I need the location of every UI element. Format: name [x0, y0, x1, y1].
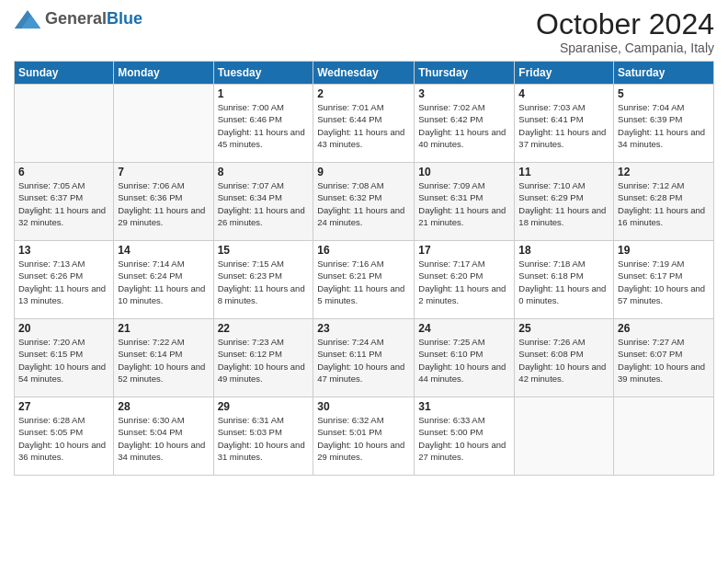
day-info: Sunrise: 7:08 AMSunset: 6:32 PMDaylight:… [317, 179, 410, 228]
day-number: 13 [18, 244, 109, 257]
day-info: Sunrise: 7:18 AMSunset: 6:18 PMDaylight:… [518, 258, 609, 306]
day-number: 19 [618, 244, 710, 257]
day-number: 23 [317, 322, 410, 335]
weekday-header-row: SundayMondayTuesdayWednesdayThursdayFrid… [15, 62, 714, 85]
day-cell [614, 397, 714, 476]
day-number: 25 [518, 322, 609, 335]
week-row-3: 13Sunrise: 7:13 AMSunset: 6:26 PMDayligh… [15, 241, 714, 319]
day-cell: 25Sunrise: 7:26 AMSunset: 6:08 PMDayligh… [515, 319, 614, 397]
weekday-header-saturday: Saturday [614, 62, 714, 85]
day-info: Sunrise: 7:07 AMSunset: 6:34 PMDaylight:… [218, 179, 310, 228]
day-number: 18 [518, 244, 609, 257]
day-cell: 30Sunrise: 6:32 AMSunset: 5:01 PMDayligh… [313, 397, 415, 476]
day-number: 4 [518, 87, 609, 100]
day-cell: 12Sunrise: 7:12 AMSunset: 6:28 PMDayligh… [614, 163, 714, 241]
weekday-header-wednesday: Wednesday [313, 62, 415, 85]
day-info: Sunrise: 7:27 AMSunset: 6:07 PMDaylight:… [618, 336, 710, 385]
day-cell: 4Sunrise: 7:03 AMSunset: 6:41 PMDaylight… [515, 85, 614, 163]
day-cell: 11Sunrise: 7:10 AMSunset: 6:29 PMDayligh… [515, 163, 614, 241]
weekday-header-monday: Monday [114, 62, 213, 85]
day-number: 26 [618, 322, 710, 335]
day-info: Sunrise: 6:33 AMSunset: 5:00 PMDaylight:… [418, 414, 510, 463]
day-cell: 9Sunrise: 7:08 AMSunset: 6:32 PMDaylight… [313, 163, 415, 241]
day-number: 17 [418, 244, 510, 257]
day-cell [515, 397, 614, 476]
day-cell: 10Sunrise: 7:09 AMSunset: 6:31 PMDayligh… [415, 163, 515, 241]
day-info: Sunrise: 7:25 AMSunset: 6:10 PMDaylight:… [418, 336, 510, 385]
day-cell: 13Sunrise: 7:13 AMSunset: 6:26 PMDayligh… [15, 241, 114, 319]
day-cell: 26Sunrise: 7:27 AMSunset: 6:07 PMDayligh… [614, 319, 714, 397]
day-info: Sunrise: 7:10 AMSunset: 6:29 PMDaylight:… [518, 179, 609, 228]
day-number: 3 [418, 87, 510, 100]
calendar-page: GeneralBlue October 2024 Sparanise, Camp… [0, 0, 728, 563]
day-cell: 21Sunrise: 7:22 AMSunset: 6:14 PMDayligh… [114, 319, 213, 397]
day-cell: 31Sunrise: 6:33 AMSunset: 5:00 PMDayligh… [415, 397, 515, 476]
day-cell: 23Sunrise: 7:24 AMSunset: 6:11 PMDayligh… [313, 319, 415, 397]
day-cell [114, 85, 213, 163]
weekday-header-friday: Friday [515, 62, 614, 85]
day-info: Sunrise: 7:12 AMSunset: 6:28 PMDaylight:… [618, 179, 710, 228]
day-info: Sunrise: 7:01 AMSunset: 6:44 PMDaylight:… [317, 101, 410, 150]
day-cell: 17Sunrise: 7:17 AMSunset: 6:20 PMDayligh… [415, 241, 515, 319]
day-number: 10 [418, 166, 510, 178]
day-number: 9 [317, 166, 410, 178]
day-number: 21 [118, 322, 209, 335]
day-cell: 29Sunrise: 6:31 AMSunset: 5:03 PMDayligh… [213, 397, 313, 476]
day-cell: 24Sunrise: 7:25 AMSunset: 6:10 PMDayligh… [415, 319, 515, 397]
day-info: Sunrise: 7:13 AMSunset: 6:26 PMDaylight:… [18, 258, 109, 306]
day-number: 7 [118, 166, 209, 178]
week-row-2: 6Sunrise: 7:05 AMSunset: 6:37 PMDaylight… [15, 163, 714, 241]
day-number: 30 [317, 400, 410, 413]
day-cell: 8Sunrise: 7:07 AMSunset: 6:34 PMDaylight… [213, 163, 313, 241]
header: GeneralBlue October 2024 Sparanise, Camp… [14, 9, 714, 55]
day-number: 2 [317, 87, 410, 100]
weekday-header-tuesday: Tuesday [213, 62, 313, 85]
week-row-1: 1Sunrise: 7:00 AMSunset: 6:46 PMDaylight… [15, 85, 714, 163]
day-info: Sunrise: 6:28 AMSunset: 5:05 PMDaylight:… [18, 414, 109, 463]
day-number: 16 [317, 244, 410, 257]
day-number: 24 [418, 322, 510, 335]
day-cell: 5Sunrise: 7:04 AMSunset: 6:39 PMDaylight… [614, 85, 714, 163]
day-number: 29 [218, 400, 310, 413]
day-info: Sunrise: 7:24 AMSunset: 6:11 PMDaylight:… [317, 336, 410, 385]
logo-icon [14, 10, 41, 29]
day-info: Sunrise: 7:23 AMSunset: 6:12 PMDaylight:… [218, 336, 310, 385]
day-cell: 14Sunrise: 7:14 AMSunset: 6:24 PMDayligh… [114, 241, 213, 319]
day-cell: 22Sunrise: 7:23 AMSunset: 6:12 PMDayligh… [213, 319, 313, 397]
logo: GeneralBlue [14, 9, 142, 29]
day-number: 12 [618, 166, 710, 178]
day-number: 11 [518, 166, 609, 178]
day-number: 1 [218, 87, 310, 100]
day-cell: 3Sunrise: 7:02 AMSunset: 6:42 PMDaylight… [415, 85, 515, 163]
day-cell: 27Sunrise: 6:28 AMSunset: 5:05 PMDayligh… [15, 397, 114, 476]
day-info: Sunrise: 7:26 AMSunset: 6:08 PMDaylight:… [518, 336, 609, 385]
day-info: Sunrise: 7:05 AMSunset: 6:37 PMDaylight:… [18, 179, 109, 228]
day-cell: 19Sunrise: 7:19 AMSunset: 6:17 PMDayligh… [614, 241, 714, 319]
day-cell: 20Sunrise: 7:20 AMSunset: 6:15 PMDayligh… [15, 319, 114, 397]
day-cell: 28Sunrise: 6:30 AMSunset: 5:04 PMDayligh… [114, 397, 213, 476]
weekday-header-thursday: Thursday [415, 62, 515, 85]
day-info: Sunrise: 6:30 AMSunset: 5:04 PMDaylight:… [118, 414, 209, 463]
day-info: Sunrise: 7:04 AMSunset: 6:39 PMDaylight:… [618, 101, 710, 150]
day-cell: 16Sunrise: 7:16 AMSunset: 6:21 PMDayligh… [313, 241, 415, 319]
logo-text: GeneralBlue [45, 9, 142, 29]
day-number: 28 [118, 400, 209, 413]
week-row-5: 27Sunrise: 6:28 AMSunset: 5:05 PMDayligh… [15, 397, 714, 476]
day-info: Sunrise: 7:00 AMSunset: 6:46 PMDaylight:… [218, 101, 310, 150]
day-number: 6 [18, 166, 109, 178]
calendar-table: SundayMondayTuesdayWednesdayThursdayFrid… [14, 61, 714, 476]
location: Sparanise, Campania, Italy [536, 40, 714, 55]
day-info: Sunrise: 7:02 AMSunset: 6:42 PMDaylight:… [418, 101, 510, 150]
day-cell: 18Sunrise: 7:18 AMSunset: 6:18 PMDayligh… [515, 241, 614, 319]
day-info: Sunrise: 7:15 AMSunset: 6:23 PMDaylight:… [218, 258, 310, 306]
day-number: 20 [18, 322, 109, 335]
day-number: 5 [618, 87, 710, 100]
day-info: Sunrise: 7:06 AMSunset: 6:36 PMDaylight:… [118, 179, 209, 228]
day-number: 8 [218, 166, 310, 178]
day-number: 31 [418, 400, 510, 413]
month-title: October 2024 [536, 9, 714, 39]
day-info: Sunrise: 7:03 AMSunset: 6:41 PMDaylight:… [518, 101, 609, 150]
day-info: Sunrise: 7:20 AMSunset: 6:15 PMDaylight:… [18, 336, 109, 385]
day-number: 27 [18, 400, 109, 413]
day-info: Sunrise: 6:31 AMSunset: 5:03 PMDaylight:… [218, 414, 310, 463]
